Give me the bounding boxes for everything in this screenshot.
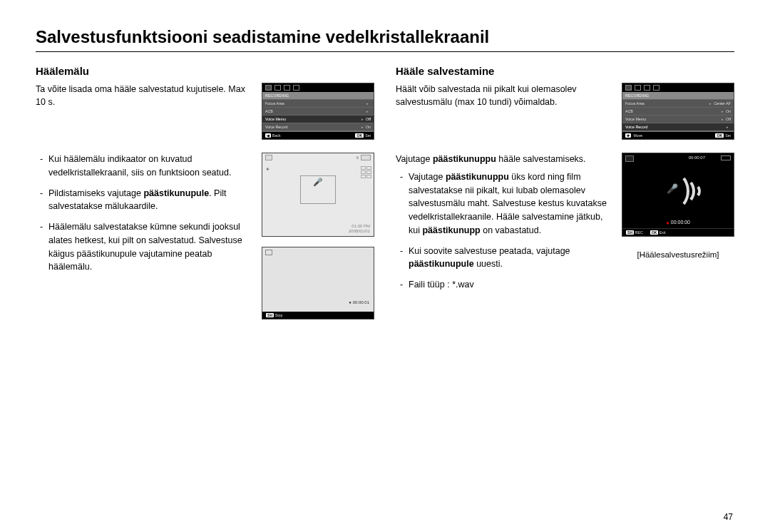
elapsed-timer: 00:00:07 <box>689 155 705 160</box>
settings-icon <box>653 85 659 91</box>
shots-remaining: 6 <box>356 155 359 160</box>
menu-label: Voice Memo <box>265 117 359 121</box>
lcd-menu-left: RECORDING Focus Area▸ ACB▸ Voice Memo▸Of… <box>262 83 374 140</box>
lcd-menu-right: RECORDING Focus Area▸Center AF ACB▸On Vo… <box>622 83 734 140</box>
menu-row: Voice Record▸On <box>262 123 374 131</box>
bullet-text: Pildistamiseks vajutage päästikunupule. … <box>48 187 253 214</box>
bullet-item: - Faili tüüp : *.wav <box>396 278 613 292</box>
right-column: Hääle salvestamine Häält võib salvestada… <box>396 65 734 319</box>
rec-label: REC <box>635 230 643 235</box>
menu-header: RECORDING <box>262 92 374 99</box>
menu-value: Off <box>366 117 371 121</box>
sound-icon <box>635 85 641 91</box>
right-intro: Häält võib salvestada nii pikalt kui ole… <box>396 83 613 108</box>
bullet-item: - Pildistamiseks vajutage päästikunupule… <box>36 187 253 214</box>
footer-ok: OKSet <box>715 133 731 138</box>
datetime-overlay: 01:00 PM 2008/01/01 <box>349 224 370 234</box>
bullet-text: Kui häälemälu indikaator on kuvatud vede… <box>48 153 253 180</box>
lcd-footer: SH Stop <box>262 312 374 319</box>
lcd-footer: ◀Back OKSet <box>262 132 374 139</box>
footer-back: ◀Back <box>265 133 281 138</box>
shutter-key-icon: SH <box>626 230 634 235</box>
left-body: - Kui häälemälu indikaator on kuvatud ve… <box>36 153 253 319</box>
sound-icon <box>274 85 281 91</box>
bullet-text: Häälemälu salvestatakse kümne sekundi jo… <box>48 220 253 274</box>
page-number: 47 <box>724 512 733 522</box>
mode-icon <box>265 250 272 255</box>
menu-row-selected: Voice Memo▸Off <box>262 115 374 123</box>
lcd-voice-record: 00:00:07 🎤 ● 00:00:00 <box>622 153 734 237</box>
bullet-text: Kui soovite salvestuse peatada, vajutage… <box>409 245 613 272</box>
flash-icon: ✦ <box>265 166 270 173</box>
bullet-text: Vajutage päästikunuppu üks kord ning fil… <box>409 170 613 237</box>
bullet-item: - Kui soovite salvestuse peatada, vajuta… <box>396 245 613 272</box>
left-intro: Ta võite lisada oma hääle salvestatud ku… <box>36 83 253 108</box>
lcd-topbar <box>622 83 734 92</box>
menu-label: Voice Record <box>265 125 359 129</box>
mode-icon <box>265 155 272 160</box>
bullet-item: - Häälemälu salvestatakse kümne sekundi … <box>36 220 253 274</box>
right-heading: Hääle salvestamine <box>396 65 734 77</box>
lcd-preview: 6 ✦ 🎤 01:00 PM 2008/01/01 <box>262 153 374 237</box>
ok-key-icon: OK <box>650 230 659 235</box>
lcd-topbar <box>262 83 374 92</box>
camera-icon <box>625 85 632 91</box>
menu-label: Voice Memo <box>625 117 719 121</box>
menu-row: ACB▸ <box>262 107 374 115</box>
page-title: Salvestusfunktsiooni seadistamine vedelk… <box>36 27 734 52</box>
lcd-footer: ✥ Move OKSet <box>622 132 734 139</box>
menu-row-selected: Voice Record▸ <box>622 123 734 131</box>
bullet-item: - Vajutage päästikunuppu üks kord ning f… <box>396 170 613 237</box>
battery-icon <box>361 155 371 160</box>
menu-value: On <box>366 125 371 129</box>
camera-icon <box>265 85 272 91</box>
lcd-caption: [Häälesalvestusrežiim] <box>622 250 734 259</box>
menu-row: Voice Memo▸Off <box>622 115 734 123</box>
stop-label: Stop <box>275 313 283 317</box>
center-timer: ● 00:00:00 <box>622 220 734 226</box>
menu-label: Focus Area <box>265 101 364 106</box>
left-heading: Häälemälu <box>36 65 374 77</box>
menu-row: Focus Area▸Center AF <box>622 99 734 107</box>
lead-sentence: Vajutage päästikunuppu hääle salvestamis… <box>396 153 613 166</box>
menu-value: Off <box>726 117 731 121</box>
battery-icon <box>721 155 731 160</box>
menu-row: ACB▸On <box>622 107 734 115</box>
footer-ok: OKSet <box>355 133 371 138</box>
lcd-footer: SH REC OK Exit <box>622 228 734 236</box>
settings-icon <box>293 85 299 91</box>
rec-timer: ● 00:00:01 <box>349 300 369 305</box>
bullet-item: - Kui häälemälu indikaator on kuvatud ve… <box>36 153 253 180</box>
display-icon <box>644 85 650 91</box>
footer-move: ✥ Move <box>625 133 642 138</box>
menu-label: Focus Area <box>625 101 707 106</box>
display-icon <box>284 85 290 91</box>
menu-label: ACB <box>265 109 364 113</box>
sound-wave-icon <box>681 173 718 210</box>
quality-grid-icon <box>361 166 371 178</box>
mode-icon <box>625 155 634 162</box>
left-column: Häälemälu Ta võite lisada oma hääle salv… <box>36 65 374 319</box>
two-column-layout: Häälemälu Ta võite lisada oma hääle salv… <box>36 65 734 319</box>
lcd-recording: ● 00:00:01 SH Stop <box>262 247 374 319</box>
menu-label: Voice Record <box>625 125 724 129</box>
menu-row: Focus Area▸ <box>262 99 374 107</box>
bullet-text: Faili tüüp : *.wav <box>409 278 613 292</box>
focus-frame <box>300 175 336 204</box>
shutter-key-icon: SH <box>266 313 274 317</box>
menu-value: On <box>726 109 731 113</box>
microphone-icon: 🎤 <box>667 183 678 194</box>
exit-label: Exit <box>659 230 666 235</box>
menu-value: Center AF <box>714 101 731 106</box>
menu-header: RECORDING <box>622 92 734 99</box>
right-body: Vajutage päästikunuppu hääle salvestamis… <box>396 153 613 299</box>
menu-label: ACB <box>625 109 719 113</box>
